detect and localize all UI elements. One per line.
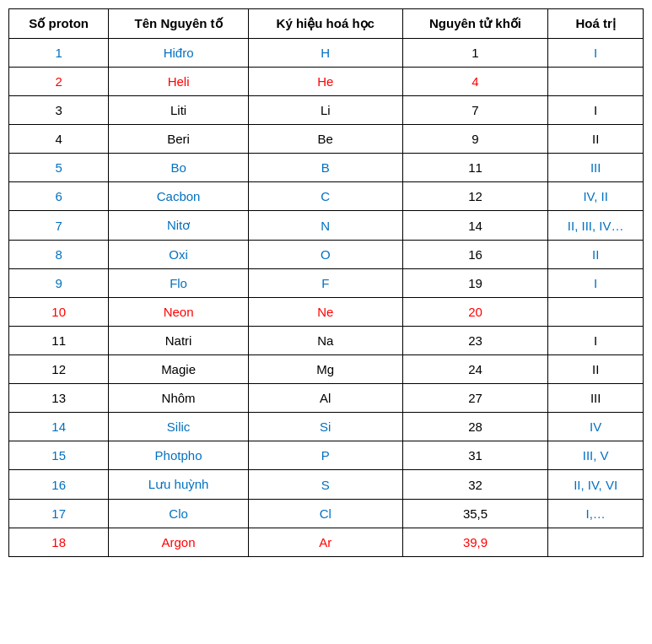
table-row: Hiđro bbox=[109, 39, 248, 68]
table-row: II, III, IV… bbox=[548, 211, 644, 241]
table-row: 27 bbox=[402, 384, 548, 413]
table-row: 20 bbox=[402, 298, 548, 327]
table-row: 18 bbox=[9, 528, 109, 557]
table-row: 9 bbox=[402, 125, 548, 154]
table-row: Magie bbox=[109, 355, 248, 384]
table-row: 11 bbox=[402, 154, 548, 182]
table-row: O bbox=[248, 241, 402, 269]
table-row: H bbox=[248, 39, 402, 68]
table-row: Argon bbox=[109, 528, 248, 557]
table-row bbox=[548, 68, 644, 96]
table-row: 1 bbox=[402, 39, 548, 68]
table-row: 16 bbox=[402, 241, 548, 269]
table-row: Si bbox=[248, 413, 402, 441]
table-row: Oxi bbox=[109, 241, 248, 269]
table-row: I bbox=[548, 269, 644, 298]
table-row: I bbox=[548, 39, 644, 68]
table-row: Cacbon bbox=[109, 182, 248, 211]
header-khoi: Nguyên tử khối bbox=[402, 9, 548, 39]
table-row: 5 bbox=[9, 154, 109, 182]
table-row: 4 bbox=[9, 125, 109, 154]
table-row: 15 bbox=[9, 441, 109, 470]
table-row: Silic bbox=[109, 413, 248, 441]
table-row: 14 bbox=[402, 211, 548, 241]
table-row: Be bbox=[248, 125, 402, 154]
table-row: III, V bbox=[548, 441, 644, 470]
table-row: S bbox=[248, 470, 402, 500]
table-row: Cl bbox=[248, 500, 402, 528]
table-row: Na bbox=[248, 327, 402, 355]
header-kyhieu: Ký hiệu hoá học bbox=[248, 9, 402, 39]
table-row: 12 bbox=[402, 182, 548, 211]
table-row: Photpho bbox=[109, 441, 248, 470]
header-proton: Số proton bbox=[9, 9, 109, 39]
table-row: I bbox=[548, 96, 644, 125]
table-row: 6 bbox=[9, 182, 109, 211]
table-row: 7 bbox=[402, 96, 548, 125]
table-row: II, IV, VI bbox=[548, 470, 644, 500]
table-row: II bbox=[548, 355, 644, 384]
table-row: III bbox=[548, 154, 644, 182]
table-row: 8 bbox=[9, 241, 109, 269]
table-row: 39,9 bbox=[402, 528, 548, 557]
header-hoatri: Hoá trị bbox=[548, 9, 644, 39]
table-row: Li bbox=[248, 96, 402, 125]
table-row: II bbox=[548, 125, 644, 154]
table-row: 2 bbox=[9, 68, 109, 96]
table-row: N bbox=[248, 211, 402, 241]
table-row: 7 bbox=[9, 211, 109, 241]
table-row: 23 bbox=[402, 327, 548, 355]
periodic-table: Số proton Tên Nguyên tố Ký hiệu hoá học … bbox=[8, 8, 644, 557]
table-row: Nitơ bbox=[109, 211, 248, 241]
table-row: 24 bbox=[402, 355, 548, 384]
table-row: 17 bbox=[9, 500, 109, 528]
table-row: 13 bbox=[9, 384, 109, 413]
table-row: 35,5 bbox=[402, 500, 548, 528]
table-row: 12 bbox=[9, 355, 109, 384]
table-row: Al bbox=[248, 384, 402, 413]
table-row: P bbox=[248, 441, 402, 470]
table-row: Bo bbox=[109, 154, 248, 182]
table-row: 28 bbox=[402, 413, 548, 441]
table-row: Heli bbox=[109, 68, 248, 96]
table-row: B bbox=[248, 154, 402, 182]
table-row: 3 bbox=[9, 96, 109, 125]
table-row: 19 bbox=[402, 269, 548, 298]
table-row: 11 bbox=[9, 327, 109, 355]
table-row bbox=[548, 528, 644, 557]
table-row: Lưu huỳnh bbox=[109, 470, 248, 500]
table-row: I bbox=[548, 327, 644, 355]
table-row: IV bbox=[548, 413, 644, 441]
table-row: 9 bbox=[9, 269, 109, 298]
table-row: III bbox=[548, 384, 644, 413]
table-row: 32 bbox=[402, 470, 548, 500]
table-row: Neon bbox=[109, 298, 248, 327]
table-row: 16 bbox=[9, 470, 109, 500]
table-row: Liti bbox=[109, 96, 248, 125]
table-row bbox=[548, 298, 644, 327]
table-row: C bbox=[248, 182, 402, 211]
table-row: 14 bbox=[9, 413, 109, 441]
table-row: Natri bbox=[109, 327, 248, 355]
table-row: F bbox=[248, 269, 402, 298]
table-row: Beri bbox=[109, 125, 248, 154]
table-row: Clo bbox=[109, 500, 248, 528]
table-row: 4 bbox=[402, 68, 548, 96]
table-row: He bbox=[248, 68, 402, 96]
table-row: IV, II bbox=[548, 182, 644, 211]
table-row: 1 bbox=[9, 39, 109, 68]
table-row: Nhôm bbox=[109, 384, 248, 413]
table-row: Mg bbox=[248, 355, 402, 384]
table-row: Ar bbox=[248, 528, 402, 557]
header-ten: Tên Nguyên tố bbox=[109, 9, 248, 39]
table-row: I,… bbox=[548, 500, 644, 528]
table-row: II bbox=[548, 241, 644, 269]
table-row: 10 bbox=[9, 298, 109, 327]
table-row: 31 bbox=[402, 441, 548, 470]
table-row: Ne bbox=[248, 298, 402, 327]
table-row: Flo bbox=[109, 269, 248, 298]
